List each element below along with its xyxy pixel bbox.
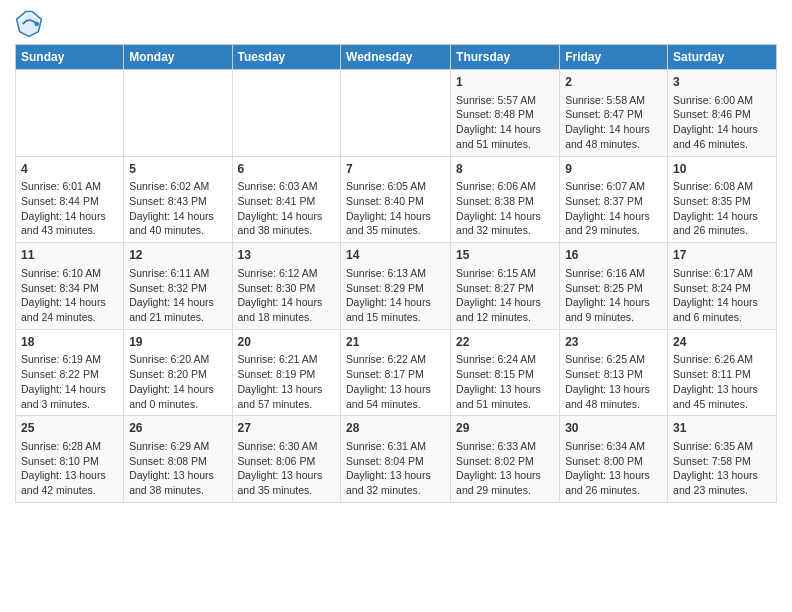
calendar-cell: 22Sunrise: 6:24 AMSunset: 8:15 PMDayligh… — [451, 329, 560, 416]
day-number: 14 — [346, 247, 445, 264]
column-header-wednesday: Wednesday — [341, 45, 451, 70]
cell-text: Daylight: 14 hours and 6 minutes. — [673, 296, 758, 323]
cell-text: Daylight: 14 hours and 26 minutes. — [673, 210, 758, 237]
cell-text: Daylight: 13 hours and 29 minutes. — [456, 469, 541, 496]
cell-text: Daylight: 13 hours and 26 minutes. — [565, 469, 650, 496]
calendar-cell: 18Sunrise: 6:19 AMSunset: 8:22 PMDayligh… — [16, 329, 124, 416]
cell-text: Daylight: 13 hours and 23 minutes. — [673, 469, 758, 496]
cell-text: Sunrise: 5:58 AM — [565, 94, 645, 106]
day-number: 26 — [129, 420, 226, 437]
cell-text: Sunrise: 6:30 AM — [238, 440, 318, 452]
week-row-1: 1Sunrise: 5:57 AMSunset: 8:48 PMDaylight… — [16, 70, 777, 157]
cell-text: Sunset: 8:40 PM — [346, 195, 424, 207]
calendar-header: SundayMondayTuesdayWednesdayThursdayFrid… — [16, 45, 777, 70]
cell-text: Sunrise: 6:34 AM — [565, 440, 645, 452]
calendar-cell: 19Sunrise: 6:20 AMSunset: 8:20 PMDayligh… — [124, 329, 232, 416]
calendar-cell: 10Sunrise: 6:08 AMSunset: 8:35 PMDayligh… — [668, 156, 777, 243]
cell-text: Sunrise: 6:06 AM — [456, 180, 536, 192]
cell-text: Sunset: 8:43 PM — [129, 195, 207, 207]
cell-text: Sunrise: 6:25 AM — [565, 353, 645, 365]
cell-text: Sunrise: 6:07 AM — [565, 180, 645, 192]
cell-text: Sunset: 8:48 PM — [456, 108, 534, 120]
cell-text: Sunset: 8:24 PM — [673, 282, 751, 294]
cell-text: Sunrise: 6:15 AM — [456, 267, 536, 279]
svg-point-2 — [34, 22, 39, 27]
calendar-cell — [16, 70, 124, 157]
cell-text: Sunrise: 6:35 AM — [673, 440, 753, 452]
cell-text: Daylight: 13 hours and 54 minutes. — [346, 383, 431, 410]
cell-text: Daylight: 14 hours and 29 minutes. — [565, 210, 650, 237]
day-number: 17 — [673, 247, 771, 264]
cell-text: Sunset: 8:08 PM — [129, 455, 207, 467]
logo-icon — [15, 10, 43, 38]
cell-text: Daylight: 13 hours and 45 minutes. — [673, 383, 758, 410]
cell-text: Sunset: 8:04 PM — [346, 455, 424, 467]
cell-text: Sunset: 8:44 PM — [21, 195, 99, 207]
column-header-thursday: Thursday — [451, 45, 560, 70]
calendar-cell — [232, 70, 341, 157]
cell-text: Daylight: 14 hours and 0 minutes. — [129, 383, 214, 410]
page-container: SundayMondayTuesdayWednesdayThursdayFrid… — [0, 0, 792, 508]
day-number: 2 — [565, 74, 662, 91]
cell-text: Daylight: 13 hours and 38 minutes. — [129, 469, 214, 496]
calendar-cell: 15Sunrise: 6:15 AMSunset: 8:27 PMDayligh… — [451, 243, 560, 330]
cell-text: Sunset: 8:06 PM — [238, 455, 316, 467]
day-number: 6 — [238, 161, 336, 178]
day-number: 8 — [456, 161, 554, 178]
day-number: 15 — [456, 247, 554, 264]
column-header-friday: Friday — [560, 45, 668, 70]
cell-text: Sunset: 8:27 PM — [456, 282, 534, 294]
cell-text: Sunset: 8:15 PM — [456, 368, 534, 380]
calendar-cell: 30Sunrise: 6:34 AMSunset: 8:00 PMDayligh… — [560, 416, 668, 503]
cell-text: Sunset: 8:25 PM — [565, 282, 643, 294]
cell-text: Sunset: 8:22 PM — [21, 368, 99, 380]
cell-text: Sunset: 8:02 PM — [456, 455, 534, 467]
cell-text: Sunset: 7:58 PM — [673, 455, 751, 467]
day-number: 9 — [565, 161, 662, 178]
day-number: 16 — [565, 247, 662, 264]
day-number: 7 — [346, 161, 445, 178]
cell-text: Sunset: 8:35 PM — [673, 195, 751, 207]
header-row: SundayMondayTuesdayWednesdayThursdayFrid… — [16, 45, 777, 70]
calendar-cell: 2Sunrise: 5:58 AMSunset: 8:47 PMDaylight… — [560, 70, 668, 157]
day-number: 25 — [21, 420, 118, 437]
cell-text: Daylight: 14 hours and 24 minutes. — [21, 296, 106, 323]
day-number: 11 — [21, 247, 118, 264]
cell-text: Daylight: 14 hours and 48 minutes. — [565, 123, 650, 150]
calendar-cell: 23Sunrise: 6:25 AMSunset: 8:13 PMDayligh… — [560, 329, 668, 416]
cell-text: Daylight: 14 hours and 32 minutes. — [456, 210, 541, 237]
calendar-cell: 16Sunrise: 6:16 AMSunset: 8:25 PMDayligh… — [560, 243, 668, 330]
cell-text: Daylight: 13 hours and 51 minutes. — [456, 383, 541, 410]
cell-text: Sunrise: 6:22 AM — [346, 353, 426, 365]
cell-text: Sunset: 8:20 PM — [129, 368, 207, 380]
calendar-cell: 12Sunrise: 6:11 AMSunset: 8:32 PMDayligh… — [124, 243, 232, 330]
calendar-cell: 28Sunrise: 6:31 AMSunset: 8:04 PMDayligh… — [341, 416, 451, 503]
calendar-cell: 29Sunrise: 6:33 AMSunset: 8:02 PMDayligh… — [451, 416, 560, 503]
calendar-cell: 25Sunrise: 6:28 AMSunset: 8:10 PMDayligh… — [16, 416, 124, 503]
cell-text: Daylight: 14 hours and 12 minutes. — [456, 296, 541, 323]
cell-text: Sunrise: 6:10 AM — [21, 267, 101, 279]
cell-text: Sunrise: 6:20 AM — [129, 353, 209, 365]
cell-text: Daylight: 14 hours and 9 minutes. — [565, 296, 650, 323]
column-header-sunday: Sunday — [16, 45, 124, 70]
day-number: 4 — [21, 161, 118, 178]
week-row-2: 4Sunrise: 6:01 AMSunset: 8:44 PMDaylight… — [16, 156, 777, 243]
day-number: 23 — [565, 334, 662, 351]
day-number: 3 — [673, 74, 771, 91]
cell-text: Sunrise: 6:00 AM — [673, 94, 753, 106]
day-number: 10 — [673, 161, 771, 178]
calendar-cell: 26Sunrise: 6:29 AMSunset: 8:08 PMDayligh… — [124, 416, 232, 503]
cell-text: Sunset: 8:11 PM — [673, 368, 751, 380]
calendar-cell: 9Sunrise: 6:07 AMSunset: 8:37 PMDaylight… — [560, 156, 668, 243]
cell-text: Sunrise: 6:29 AM — [129, 440, 209, 452]
day-number: 31 — [673, 420, 771, 437]
calendar-table: SundayMondayTuesdayWednesdayThursdayFrid… — [15, 44, 777, 503]
day-number: 5 — [129, 161, 226, 178]
cell-text: Daylight: 13 hours and 42 minutes. — [21, 469, 106, 496]
week-row-4: 18Sunrise: 6:19 AMSunset: 8:22 PMDayligh… — [16, 329, 777, 416]
calendar-cell: 31Sunrise: 6:35 AMSunset: 7:58 PMDayligh… — [668, 416, 777, 503]
cell-text: Sunrise: 6:11 AM — [129, 267, 209, 279]
cell-text: Daylight: 13 hours and 35 minutes. — [238, 469, 323, 496]
cell-text: Daylight: 14 hours and 35 minutes. — [346, 210, 431, 237]
cell-text: Sunrise: 6:16 AM — [565, 267, 645, 279]
